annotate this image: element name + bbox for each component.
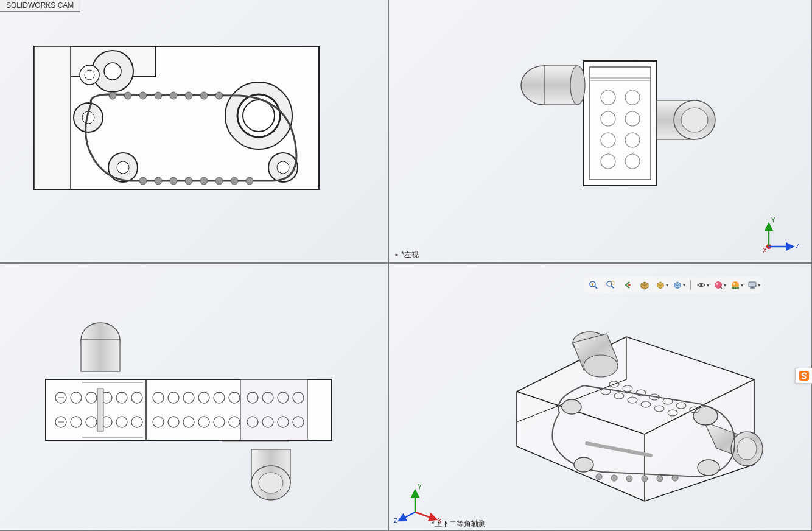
tab-solidworks-cam[interactable]: SOLIDWORKS CAM — [0, 0, 80, 12]
svg-point-20 — [170, 92, 177, 99]
display-style-icon — [673, 280, 682, 290]
view-name-text: *上下二等角轴测 — [432, 519, 486, 529]
view-settings-button[interactable]: ▾ — [747, 278, 760, 292]
viewport-top[interactable] — [0, 263, 388, 531]
view-orient-button[interactable]: ▾ — [655, 278, 668, 292]
svg-point-36 — [570, 66, 585, 105]
display-style-button[interactable]: ▾ — [672, 278, 685, 292]
svg-point-24 — [139, 177, 147, 185]
svg-rect-113 — [732, 287, 739, 289]
svg-point-29 — [215, 177, 223, 185]
svg-rect-114 — [749, 282, 756, 287]
ime-sogou-button[interactable] — [795, 368, 812, 384]
chevron-down-icon: ▾ — [724, 283, 726, 288]
chevron-down-icon: ▾ — [683, 283, 685, 288]
svg-point-39 — [681, 108, 708, 132]
svg-point-9 — [85, 70, 94, 80]
svg-rect-101 — [97, 389, 103, 431]
svg-point-17 — [124, 92, 131, 99]
svg-point-107 — [628, 284, 631, 286]
chevron-down-icon: ▾ — [758, 283, 760, 288]
prev-view-icon — [623, 280, 632, 290]
svg-point-16 — [109, 92, 116, 99]
viewport-isometric[interactable]: ▾ ▾ ▾ ▾ ▾ ▾ — [388, 263, 812, 531]
svg-point-110 — [716, 283, 718, 285]
svg-point-112 — [733, 283, 735, 285]
viewport-left[interactable]: Y Z X ⚭ *左视 — [388, 0, 812, 263]
axis-triad-yz: Y Z X — [758, 215, 807, 258]
svg-point-31 — [246, 177, 253, 185]
svg-point-122 — [574, 457, 593, 472]
svg-point-139 — [611, 475, 617, 481]
svg-point-25 — [155, 177, 162, 185]
svg-point-5 — [243, 100, 275, 132]
svg-rect-32 — [584, 61, 657, 186]
eye-icon — [696, 280, 706, 290]
view-label-iso: *上下二等角轴测 — [432, 519, 486, 529]
zoom-area-button[interactable] — [604, 278, 617, 292]
svg-point-21 — [185, 92, 192, 99]
svg-point-28 — [200, 177, 208, 185]
cube-orient-icon — [656, 280, 665, 290]
svg-point-22 — [200, 92, 208, 99]
svg-point-138 — [596, 474, 602, 480]
svg-text:Y: Y — [418, 484, 422, 490]
hide-show-button[interactable]: ▾ — [696, 278, 709, 292]
svg-point-120 — [737, 438, 757, 460]
svg-line-146 — [399, 512, 415, 521]
edit-appearance-button[interactable]: ▾ — [713, 278, 726, 292]
view-name-text: *左视 — [401, 250, 419, 260]
model-front-view — [33, 46, 320, 198]
svg-point-19 — [155, 92, 162, 99]
svg-text:Z: Z — [796, 243, 799, 250]
svg-point-7 — [104, 63, 121, 80]
svg-point-13 — [117, 161, 129, 174]
chevron-down-icon: ▾ — [707, 283, 709, 288]
chevron-down-icon: ▾ — [741, 283, 743, 288]
magnifier-area-icon — [606, 280, 615, 290]
svg-line-103 — [595, 286, 597, 289]
svg-point-26 — [170, 177, 177, 185]
svg-point-50 — [766, 244, 771, 249]
model-left-view — [511, 49, 718, 195]
svg-point-123 — [693, 407, 718, 425]
zoom-fit-button[interactable] — [587, 278, 600, 292]
svg-point-18 — [139, 92, 147, 99]
svg-point-27 — [185, 177, 192, 185]
link-icon: ⚭ — [394, 251, 399, 258]
section-view-icon — [640, 280, 649, 290]
svg-point-30 — [231, 177, 238, 185]
prev-view-button[interactable] — [621, 278, 634, 292]
sogou-icon — [799, 370, 810, 381]
svg-rect-2 — [34, 46, 71, 189]
section-view-button[interactable] — [638, 278, 651, 292]
svg-point-11 — [277, 161, 289, 174]
tab-label: SOLIDWORKS CAM — [6, 1, 74, 10]
svg-text:Z: Z — [394, 518, 397, 524]
svg-rect-60 — [240, 379, 307, 440]
svg-point-143 — [672, 475, 678, 481]
chevron-down-icon: ▾ — [666, 283, 668, 288]
svg-point-118 — [584, 355, 618, 377]
svg-point-23 — [215, 92, 223, 99]
scene-icon — [730, 280, 740, 290]
magnifier-fit-icon — [589, 280, 598, 290]
svg-point-140 — [626, 476, 632, 482]
view-label-left: ⚭ *左视 — [394, 250, 419, 260]
svg-text:Y: Y — [771, 217, 775, 223]
apply-scene-button[interactable]: ▾ — [730, 278, 743, 292]
viewport-front[interactable]: SOLIDWORKS CAM — [0, 0, 388, 263]
svg-point-121 — [562, 399, 581, 414]
svg-point-100 — [259, 473, 283, 493]
model-top-view — [40, 318, 344, 501]
svg-point-108 — [700, 284, 702, 286]
monitor-icon — [747, 280, 757, 290]
toolbar-separator — [690, 280, 691, 290]
svg-point-124 — [698, 460, 719, 476]
svg-text:X: X — [763, 247, 767, 254]
svg-rect-57 — [81, 340, 120, 371]
svg-line-105 — [611, 286, 614, 288]
svg-point-141 — [642, 476, 648, 482]
svg-point-142 — [657, 476, 663, 482]
model-isometric-view — [492, 300, 791, 507]
